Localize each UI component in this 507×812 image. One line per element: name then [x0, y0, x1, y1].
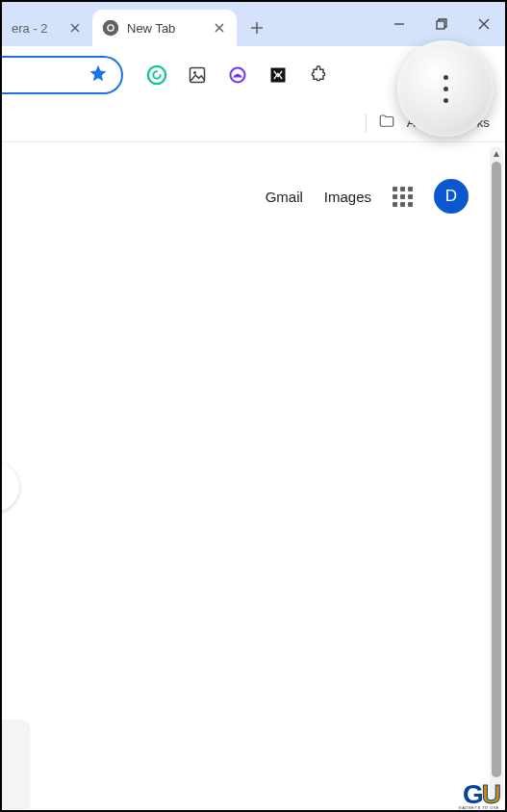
kebab-menu-icon [444, 75, 448, 103]
bookmark-star-icon[interactable] [89, 63, 108, 88]
gmail-link[interactable]: Gmail [266, 189, 303, 205]
chrome-menu-button[interactable] [397, 40, 494, 137]
profile-avatar[interactable]: D [434, 179, 469, 214]
watermark-subtext: GADGETS TO USE [459, 805, 499, 810]
tab-active[interactable]: New Tab [92, 10, 237, 46]
page-content: Gmail Images D [2, 142, 505, 810]
new-tab-button[interactable] [242, 13, 271, 42]
svg-rect-8 [271, 68, 286, 83]
maximize-button[interactable] [420, 9, 463, 39]
scroll-thumb[interactable] [492, 162, 501, 777]
extensions-puzzle-icon[interactable] [308, 64, 329, 86]
extension-icons [123, 64, 329, 86]
ntp-header: Gmail Images D [266, 179, 469, 214]
svg-point-2 [109, 26, 114, 31]
bottom-edge-decoration [0, 722, 29, 808]
purple-circle-icon[interactable] [227, 64, 248, 86]
image-icon[interactable] [187, 64, 208, 86]
vertical-scrollbar[interactable]: ▲ [490, 146, 503, 802]
tab-active-close-icon[interactable] [212, 20, 227, 36]
avatar-letter: D [445, 187, 457, 206]
svg-point-4 [148, 66, 165, 84]
scroll-up-arrow-icon[interactable]: ▲ [492, 148, 501, 158]
browser-titlebar: era - 2 New Tab [2, 2, 505, 46]
bookmarks-divider [366, 114, 367, 133]
dark-square-icon[interactable] [267, 64, 289, 86]
grammarly-icon[interactable] [146, 64, 167, 86]
svg-rect-3 [437, 21, 444, 29]
minimize-button[interactable] [378, 9, 420, 39]
svg-point-6 [193, 71, 196, 74]
chrome-icon [102, 19, 119, 37]
tab-inactive[interactable]: era - 2 [2, 10, 92, 46]
tab-inactive-title: era - 2 [12, 21, 62, 36]
tab-close-icon[interactable] [67, 20, 83, 36]
tab-active-title: New Tab [127, 21, 204, 36]
close-window-button[interactable] [463, 9, 505, 39]
omnibox[interactable] [0, 56, 123, 94]
folder-icon [378, 113, 395, 133]
images-link[interactable]: Images [324, 189, 371, 205]
watermark-logo: GU [463, 782, 499, 806]
google-apps-icon[interactable] [393, 187, 413, 207]
